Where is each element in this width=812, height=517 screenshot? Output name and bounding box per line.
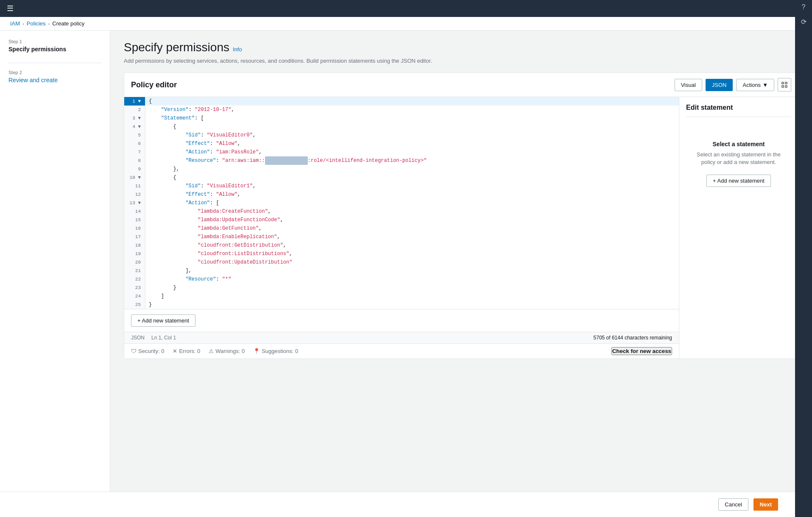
errors-item: ✕ Errors: 0 [173,348,200,354]
bottom-bar: Cancel Next [0,492,795,517]
line-num-13: 13 ▼ [124,199,145,207]
next-button[interactable]: Next [753,498,778,511]
editor-title: Policy editor [131,81,177,89]
line-num-3: 3 ▼ [124,114,145,122]
line-content-23: } [145,284,176,292]
suggestions-item: 📍 Suggestions: 0 [253,348,298,354]
line-content-9: }, [145,165,179,173]
line-content-5: "Sid": "VisualEditor0", [145,131,256,139]
line-num-16: 16 [124,224,145,233]
add-statement-button[interactable]: + Add new statement [131,314,195,327]
line-content-18: "cloudfront:GetDistribution", [145,241,286,250]
page-title: Specify permissions [124,41,229,54]
code-line: 1 ▼ { [124,97,679,106]
right-panel: Edit statement Select a statement Select… [679,97,798,359]
main-layout: Step 1 Specify permissions Step 2 Review… [0,31,812,514]
line-content-25: } [145,300,152,309]
line-num-1: 1 ▼ [124,97,145,106]
code-line: 19 "cloudfront:ListDistributions", [124,250,679,258]
line-num-24: 24 [124,292,145,300]
line-num-9: 9 [124,165,145,173]
line-content-19: "cloudfront:ListDistributions", [145,250,292,258]
code-area[interactable]: 1 ▼ { 2 "Version": "2012-10-17", 3 ▼ "St… [124,97,679,309]
line-content-16: "lambda:GetFunction", [145,224,262,233]
page-title-row: Specify permissions Info [124,41,798,54]
line-content-12: "Effect": "Allow", [145,190,240,199]
line-content-4: { [145,122,176,131]
code-line: 14 "lambda:CreateFunction", [124,207,679,216]
right-sidebar-icons: ? ⟳ [795,0,812,517]
security-count: Security: 0 [138,348,164,354]
cursor-position: Ln 1, Col 1 [151,335,176,341]
code-line: 11 "Sid": "VisualEditor1", [124,182,679,190]
code-line: 13 ▼ "Action": [ [124,199,679,207]
select-statement-desc: Select an existing statement in the poli… [693,151,784,166]
code-line: 8 "Resource": "arn:aws:iam::6374xxxxxxxx… [124,156,679,165]
svg-rect-3 [785,86,787,87]
code-line: 3 ▼ "Statement": [ [124,114,679,122]
code-line: 20 "cloudfront:UpdateDistribution" [124,258,679,267]
line-num-11: 11 [124,182,145,190]
line-num-2: 2 [124,106,145,114]
breadcrumb-sep-2: › [48,21,50,26]
line-num-8: 8 [124,156,145,165]
right-add-statement-button[interactable]: + Add new statement [706,175,771,187]
suggestion-count: Suggestions: 0 [262,348,298,354]
step2-label: Step 2 [8,70,101,75]
line-num-10: 10 ▼ [124,173,145,182]
step1-title: Specify permissions [8,46,101,53]
line-num-25: 25 [124,300,145,309]
cancel-button[interactable]: Cancel [718,498,748,511]
shield-icon: 🛡 [131,348,137,354]
fullscreen-button[interactable] [778,78,791,92]
line-num-17: 17 [124,233,145,241]
hamburger-icon[interactable]: ☰ [7,4,14,13]
line-num-18: 18 [124,241,145,250]
visual-button[interactable]: Visual [675,79,702,91]
line-num-22: 22 [124,275,145,284]
line-content-22: "Resource": "*" [145,275,231,284]
json-pane[interactable]: 1 ▼ { 2 "Version": "2012-10-17", 3 ▼ "St… [124,97,679,359]
code-line: 17 "lambda:EnableReplication", [124,233,679,241]
line-content-11: "Sid": "VisualEditor1", [145,182,256,190]
line-num-21: 21 [124,267,145,275]
toolbar-buttons: Visual JSON Actions ▼ [675,78,791,92]
line-content-20: "cloudfront:UpdateDistribution" [145,258,292,267]
code-line: 18 "cloudfront:GetDistribution", [124,241,679,250]
warning-count: Warnings: 0 [215,348,245,354]
breadcrumb-policies[interactable]: Policies [27,20,46,27]
line-content-13: "Action": [ [145,199,219,207]
chars-remaining: 5705 of 6144 characters remaining [594,335,672,341]
json-button[interactable]: JSON [706,79,733,91]
code-line: 9 }, [124,165,679,173]
code-line: 25 } [124,300,679,309]
line-content-3: "Statement": [ [145,114,204,122]
help-icon[interactable]: ? [802,3,806,11]
line-num-7: 7 [124,148,145,156]
left-sidebar: Step 1 Specify permissions Step 2 Review… [0,31,110,514]
line-content-8: "Resource": "arn:aws:iam::6374xxxxxxxx36… [145,156,427,165]
line-num-20: 20 [124,258,145,267]
history-icon[interactable]: ⟳ [801,18,806,26]
line-content-15: "lambda:UpdateFunctionCode", [145,216,283,224]
code-line: 7 "Action": "iam:PassRole", [124,148,679,156]
code-line: 4 ▼ { [124,122,679,131]
security-item: 🛡 Security: 0 [131,348,164,354]
line-content-21: ], [145,267,192,275]
step1-label: Step 1 [8,39,101,44]
check-new-access-button[interactable]: Check for new access [611,347,672,355]
code-line: 24 ] [124,292,679,300]
svg-rect-2 [782,86,784,87]
warning-icon: ⚠ [209,348,214,354]
line-num-14: 14 [124,207,145,216]
actions-button[interactable]: Actions ▼ [736,79,774,91]
line-num-12: 12 [124,190,145,199]
info-link[interactable]: Info [233,46,242,53]
line-content-6: "Effect": "Allow", [145,139,240,148]
line-num-15: 15 [124,216,145,224]
content-area: Specify permissions Info Add permissions… [110,31,812,514]
breadcrumb-iam[interactable]: IAM [10,20,20,27]
error-count: Errors: 0 [179,348,200,354]
status-bar: JSON Ln 1, Col 1 5705 of 6144 characters… [124,332,679,343]
review-and-create-link[interactable]: Review and create [8,77,58,83]
